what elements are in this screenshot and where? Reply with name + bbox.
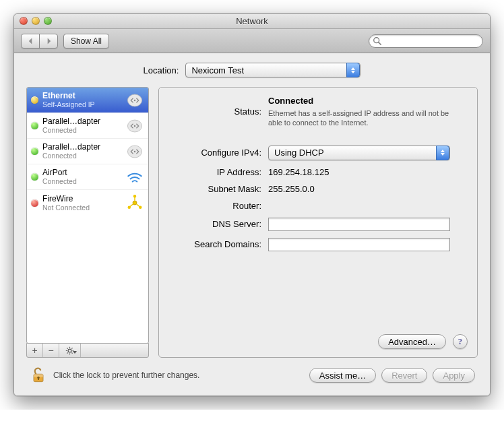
action-menu-button[interactable] bbox=[59, 344, 81, 357]
ethernet-icon bbox=[125, 142, 144, 161]
select-stepper-icon bbox=[436, 146, 449, 160]
svg-point-5 bbox=[134, 125, 135, 126]
back-button[interactable] bbox=[21, 34, 40, 49]
search-domains-input[interactable] bbox=[268, 238, 450, 251]
svg-point-12 bbox=[139, 206, 141, 208]
chevron-down-icon bbox=[73, 351, 77, 354]
location-select[interactable]: Nexicom Test bbox=[185, 63, 360, 77]
ethernet-icon bbox=[125, 91, 144, 110]
titlebar: Network bbox=[14, 14, 490, 29]
add-service-button[interactable]: + bbox=[27, 344, 43, 357]
sidebar-toolbar: + − bbox=[26, 343, 149, 358]
status-dot-icon bbox=[31, 122, 38, 129]
configure-label: Configure IPv4: bbox=[167, 148, 268, 158]
remove-service-button[interactable]: − bbox=[43, 344, 59, 357]
sidebar-item-parallels-1[interactable]: Parallel…dapter Connected bbox=[27, 113, 148, 139]
help-button[interactable]: ? bbox=[453, 334, 468, 349]
location-row: Location: Nexicom Test bbox=[26, 63, 478, 77]
status-description: Ethernet has a self-assigned IP address … bbox=[268, 108, 464, 128]
status-dot-icon bbox=[31, 199, 38, 207]
firewire-icon bbox=[125, 193, 144, 212]
service-name: Parallel…dapter bbox=[42, 117, 123, 126]
subnet-value: 255.255.0.0 bbox=[268, 184, 465, 194]
nav-group bbox=[21, 34, 58, 49]
subnet-label: Subnet Mask: bbox=[167, 184, 268, 194]
unlocked-lock-icon bbox=[29, 366, 48, 385]
chevron-right-icon bbox=[46, 38, 52, 44]
svg-line-22 bbox=[67, 352, 67, 353]
svg-point-14 bbox=[128, 206, 130, 208]
ethernet-icon bbox=[125, 117, 144, 135]
configure-ipv4-select[interactable]: Using DHCP bbox=[268, 146, 450, 160]
lock-area[interactable]: Click the lock to prevent further change… bbox=[29, 366, 199, 385]
search-icon bbox=[373, 36, 382, 46]
svg-rect-27 bbox=[38, 378, 39, 381]
search-wrap bbox=[369, 34, 483, 48]
sidebar-item-ethernet[interactable]: Ethernet Self-Assigned IP bbox=[27, 88, 148, 113]
status-dot-icon bbox=[31, 148, 38, 155]
svg-line-20 bbox=[67, 348, 67, 348]
assist-me-button[interactable]: Assist me… bbox=[309, 368, 376, 383]
service-status: Connected bbox=[42, 126, 123, 135]
close-window-button[interactable] bbox=[20, 17, 28, 25]
advanced-button[interactable]: Advanced… bbox=[378, 334, 446, 349]
location-value: Nexicom Test bbox=[191, 65, 244, 75]
service-status: Connected bbox=[42, 177, 123, 186]
lock-text: Click the lock to prevent further change… bbox=[53, 371, 199, 380]
service-name: Parallel…dapter bbox=[42, 142, 123, 152]
service-status: Connected bbox=[42, 152, 123, 160]
ip-label: IP Address: bbox=[167, 167, 268, 177]
status-label: Status: bbox=[167, 106, 268, 117]
svg-line-1 bbox=[379, 42, 381, 44]
network-preferences-window: Network Show All Location: Nexicom Test bbox=[13, 13, 491, 396]
revert-button[interactable]: Revert bbox=[381, 368, 427, 383]
toolbar: Show All bbox=[14, 29, 490, 53]
sidebar-item-firewire[interactable]: FireWire Not Connected bbox=[27, 190, 148, 216]
location-label: Location: bbox=[144, 65, 179, 75]
configure-ipv4-value: Using DHCP bbox=[274, 148, 324, 158]
service-name: Ethernet bbox=[42, 91, 123, 100]
zoom-window-button[interactable] bbox=[44, 17, 52, 25]
status-dot-icon bbox=[31, 173, 38, 181]
sidebar-item-airport[interactable]: AirPort Connected bbox=[27, 164, 148, 190]
svg-point-8 bbox=[133, 201, 137, 205]
chevron-left-icon bbox=[28, 38, 34, 44]
svg-point-7 bbox=[134, 150, 135, 152]
service-status: Self-Assigned IP bbox=[42, 100, 123, 109]
service-name: AirPort bbox=[42, 168, 123, 177]
service-status: Not Connected bbox=[42, 203, 123, 212]
services-list[interactable]: Ethernet Self-Assigned IP Parallel…dapte… bbox=[26, 87, 149, 344]
services-sidebar: Ethernet Self-Assigned IP Parallel…dapte… bbox=[26, 87, 149, 358]
window-title: Network bbox=[236, 16, 268, 26]
search-domains-label: Search Domains: bbox=[167, 239, 268, 249]
svg-point-10 bbox=[134, 195, 136, 197]
svg-point-3 bbox=[134, 99, 135, 100]
status-value: Connected bbox=[268, 96, 465, 106]
sidebar-item-parallels-2[interactable]: Parallel…dapter Connected bbox=[27, 139, 148, 164]
search-input[interactable] bbox=[369, 34, 483, 48]
ip-value: 169.254.18.125 bbox=[268, 167, 465, 177]
service-name: FireWire bbox=[42, 194, 123, 203]
apply-button[interactable]: Apply bbox=[433, 368, 475, 383]
window-controls bbox=[20, 17, 52, 25]
dns-server-input[interactable] bbox=[268, 218, 450, 231]
svg-line-23 bbox=[71, 348, 72, 348]
svg-point-15 bbox=[68, 349, 71, 352]
footer: Click the lock to prevent further change… bbox=[26, 358, 478, 386]
dns-label: DNS Server: bbox=[167, 219, 268, 229]
body: Location: Nexicom Test Ethernet Self-Ass… bbox=[14, 53, 490, 395]
show-all-button[interactable]: Show All bbox=[63, 34, 109, 49]
minimize-window-button[interactable] bbox=[32, 17, 40, 25]
status-dot-icon bbox=[31, 96, 38, 104]
forward-button[interactable] bbox=[39, 34, 58, 49]
router-label: Router: bbox=[167, 201, 268, 211]
detail-pane: Status: Connected Ethernet has a self-as… bbox=[158, 87, 478, 358]
select-stepper-icon bbox=[346, 63, 360, 77]
wifi-icon bbox=[125, 168, 144, 187]
